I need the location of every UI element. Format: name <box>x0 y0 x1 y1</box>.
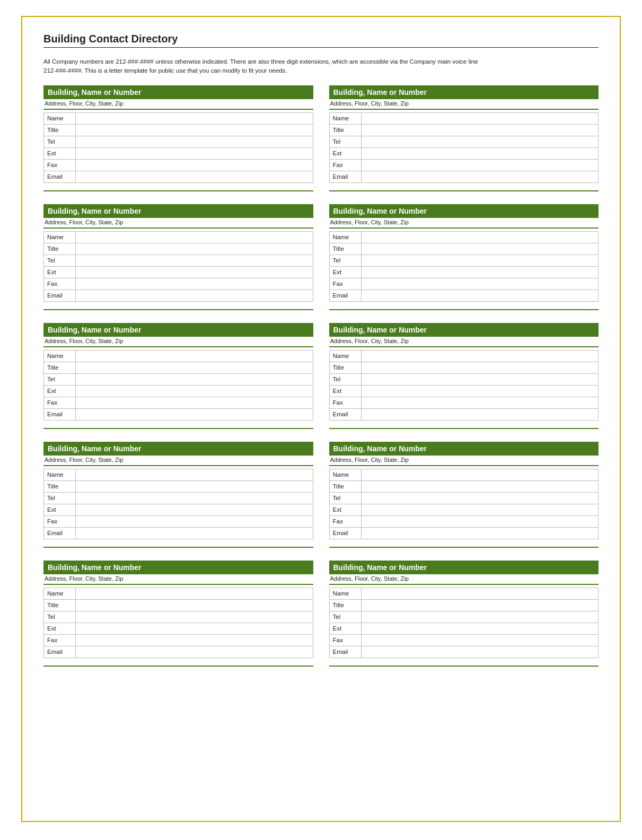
field-label-ext: Ext <box>44 147 76 159</box>
field-value-name[interactable] <box>361 350 599 362</box>
field-value-fax[interactable] <box>76 278 313 290</box>
field-value-title[interactable] <box>76 599 313 611</box>
field-value-title[interactable] <box>76 124 313 136</box>
field-value-ext[interactable] <box>76 504 313 515</box>
table-row: Title <box>44 480 313 492</box>
field-value-fax[interactable] <box>76 515 313 527</box>
card-header-title-4: Building, Name or Number <box>333 207 595 215</box>
section-divider-5 <box>43 428 313 429</box>
field-value-email[interactable] <box>361 527 599 539</box>
field-label-title: Title <box>44 362 76 373</box>
table-row: Name <box>44 350 313 362</box>
field-value-email[interactable] <box>76 646 313 658</box>
field-value-fax[interactable] <box>76 397 313 408</box>
section-divider-1 <box>43 190 313 191</box>
field-value-email[interactable] <box>76 408 313 420</box>
table-row: Ext <box>329 623 599 634</box>
table-row: Name <box>44 469 313 480</box>
card-header-9: Building, Name or Number <box>43 561 313 574</box>
field-value-ext[interactable] <box>361 385 599 397</box>
table-row: Fax <box>329 515 599 527</box>
table-row: Fax <box>44 397 313 408</box>
contact-card-10: Building, Name or NumberAddress, Floor, … <box>329 561 599 667</box>
field-value-title[interactable] <box>361 124 599 136</box>
field-value-ext[interactable] <box>76 147 313 159</box>
field-value-tel[interactable] <box>361 136 599 147</box>
field-value-fax[interactable] <box>361 634 599 646</box>
field-value-name[interactable] <box>76 469 313 480</box>
field-value-tel[interactable] <box>76 492 313 504</box>
field-value-name[interactable] <box>361 588 599 599</box>
field-value-name[interactable] <box>76 231 313 243</box>
field-value-tel[interactable] <box>76 255 313 266</box>
table-row: Tel <box>44 255 313 266</box>
contact-card-8: Building, Name or NumberAddress, Floor, … <box>329 442 599 548</box>
field-value-title[interactable] <box>76 243 313 255</box>
field-value-tel[interactable] <box>361 492 599 504</box>
field-value-fax[interactable] <box>76 159 313 171</box>
card-header-6: Building, Name or Number <box>329 323 599 337</box>
field-value-fax[interactable] <box>361 515 599 527</box>
field-value-name[interactable] <box>76 588 313 599</box>
field-value-email[interactable] <box>361 290 599 301</box>
field-value-name[interactable] <box>361 469 599 480</box>
field-label-name: Name <box>329 231 361 243</box>
field-value-fax[interactable] <box>361 159 599 171</box>
cards-grid: Building, Name or NumberAddress, Floor, … <box>43 85 599 669</box>
field-value-name[interactable] <box>361 231 599 243</box>
contact-table-4: NameTitleTelExtFaxEmail <box>329 231 599 302</box>
field-value-name[interactable] <box>361 112 599 124</box>
table-row: Ext <box>44 266 313 278</box>
table-row: Fax <box>44 515 313 527</box>
field-value-title[interactable] <box>361 480 599 492</box>
card-header-4: Building, Name or Number <box>329 204 599 218</box>
field-value-tel[interactable] <box>361 255 599 266</box>
field-value-email[interactable] <box>76 290 313 301</box>
section-divider-9 <box>43 666 313 667</box>
field-value-ext[interactable] <box>361 266 599 278</box>
field-value-ext[interactable] <box>361 623 599 634</box>
field-value-tel[interactable] <box>76 611 313 623</box>
field-value-email[interactable] <box>361 171 599 182</box>
field-value-ext[interactable] <box>76 266 313 278</box>
field-value-tel[interactable] <box>361 373 599 385</box>
field-value-email[interactable] <box>76 171 313 182</box>
field-value-fax[interactable] <box>361 278 599 290</box>
field-value-ext[interactable] <box>76 623 313 634</box>
field-value-email[interactable] <box>361 408 599 420</box>
field-value-title[interactable] <box>76 480 313 492</box>
table-row: Email <box>44 171 313 182</box>
card-header-title-1: Building, Name or Number <box>48 88 309 97</box>
field-value-title[interactable] <box>361 362 599 373</box>
field-value-email[interactable] <box>361 646 599 658</box>
field-value-tel[interactable] <box>361 611 599 623</box>
field-value-fax[interactable] <box>76 634 313 646</box>
card-address-8: Address, Floor, City, State, Zip <box>329 457 599 463</box>
field-value-ext[interactable] <box>361 504 599 515</box>
card-header-2: Building, Name or Number <box>329 85 599 99</box>
field-value-title[interactable] <box>361 599 599 611</box>
field-value-tel[interactable] <box>76 136 313 147</box>
card-header-title-9: Building, Name or Number <box>48 563 309 572</box>
field-value-name[interactable] <box>76 112 313 124</box>
field-label-ext: Ext <box>44 266 76 278</box>
field-value-ext[interactable] <box>361 147 599 159</box>
section-divider-6 <box>329 428 599 429</box>
card-divider-3 <box>43 228 313 229</box>
card-divider-10 <box>329 584 599 585</box>
field-value-title[interactable] <box>76 362 313 373</box>
field-label-email: Email <box>329 646 361 658</box>
field-label-fax: Fax <box>329 515 361 527</box>
contact-table-7: NameTitleTelExtFaxEmail <box>43 469 313 539</box>
field-value-tel[interactable] <box>76 373 313 385</box>
field-value-ext[interactable] <box>76 385 313 397</box>
field-value-name[interactable] <box>76 350 313 362</box>
field-value-email[interactable] <box>76 527 313 539</box>
field-value-title[interactable] <box>361 243 599 255</box>
table-row: Tel <box>329 492 599 504</box>
card-address-3: Address, Floor, City, State, Zip <box>43 219 313 225</box>
field-value-fax[interactable] <box>361 397 599 408</box>
card-header-title-6: Building, Name or Number <box>333 326 595 334</box>
table-row: Tel <box>44 373 313 385</box>
table-row: Title <box>329 124 599 136</box>
